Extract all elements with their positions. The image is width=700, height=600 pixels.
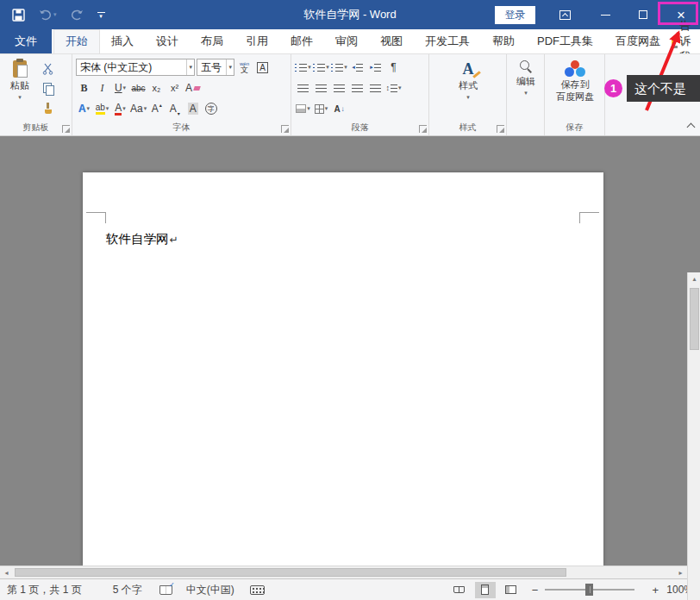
horizontal-scrollbar-thumb[interactable]	[15, 568, 566, 577]
change-case-icon: Aa	[130, 103, 143, 115]
magnifier-icon	[520, 60, 533, 73]
document-area[interactable]: 软件自学网↵ ▴ ▾	[0, 136, 700, 566]
bullet-list-button[interactable]: ▾	[295, 59, 311, 77]
horizontal-scrollbar[interactable]: ◂ ▸	[0, 566, 687, 578]
change-case-button[interactable]: Aa▾	[130, 100, 147, 118]
italic-button[interactable]: I	[94, 79, 110, 97]
underline-button[interactable]: U▾	[112, 79, 128, 97]
enclose-characters-button[interactable]: 字	[203, 100, 219, 118]
shrink-font-button[interactable]: A▾	[166, 100, 183, 118]
bullet-list-icon	[295, 64, 307, 72]
document-page[interactable]: 软件自学网↵	[83, 172, 603, 566]
dropdown-icon[interactable]: ▾	[186, 59, 194, 75]
subscript-button[interactable]: x₂	[148, 79, 165, 97]
ribbon-display-options-icon	[559, 10, 571, 20]
zoom-out-button[interactable]: −	[532, 584, 539, 597]
editing-button[interactable]: 编辑 ▾	[516, 57, 535, 97]
highlight-color-button[interactable]: ab▾	[94, 100, 110, 118]
tab-pdf-tools[interactable]: PDF工具集	[526, 29, 604, 53]
font-color-icon: A	[115, 103, 122, 116]
format-painter-button[interactable]	[40, 99, 56, 117]
font-dialog-launcher-icon[interactable]	[281, 125, 289, 133]
read-mode-button[interactable]	[449, 582, 470, 598]
clear-formatting-button[interactable]: A	[184, 79, 201, 97]
increase-indent-button[interactable]: ▸	[367, 59, 384, 77]
copy-button[interactable]	[40, 79, 56, 97]
vertical-scrollbar[interactable]: ▴ ▾	[687, 272, 700, 600]
word-count[interactable]: 5 个字	[113, 583, 142, 597]
page-indicator[interactable]: 第 1 页，共 1 页	[7, 583, 82, 597]
paste-icon	[13, 60, 27, 78]
tab-design[interactable]: 设计	[145, 29, 190, 53]
text-effects-button[interactable]: A▾	[76, 100, 92, 118]
font-name-select[interactable]: 宋体 (中文正文) ▾	[76, 59, 195, 76]
numbered-list-button[interactable]: ▾	[313, 59, 329, 77]
print-layout-button[interactable]	[475, 582, 496, 598]
styles-dialog-launcher-icon[interactable]	[497, 125, 504, 133]
tab-mailings[interactable]: 邮件	[279, 29, 324, 53]
tab-references[interactable]: 引用	[234, 29, 279, 53]
annotation-step-badge: 1	[604, 79, 622, 97]
styles-icon: A	[463, 60, 474, 78]
paragraph-dialog-launcher-icon[interactable]	[419, 125, 427, 133]
dropdown-icon: ▾	[398, 84, 402, 91]
font-size-select[interactable]: 五号 ▾	[197, 59, 234, 76]
document-text-line[interactable]: 软件自学网↵	[106, 231, 178, 247]
tab-layout[interactable]: 布局	[190, 29, 234, 53]
show-formatting-marks-button[interactable]: ¶	[385, 59, 402, 77]
collapse-ribbon-icon[interactable]	[687, 123, 696, 132]
cut-button[interactable]	[40, 59, 56, 78]
multilevel-list-button[interactable]: ▾	[331, 59, 347, 77]
line-spacing-button[interactable]: ↕▾	[385, 79, 402, 97]
margin-crop-mark	[86, 212, 106, 223]
bold-button[interactable]: B	[76, 79, 92, 97]
character-border-button[interactable]: A	[254, 59, 271, 77]
scroll-up-icon[interactable]: ▴	[688, 272, 700, 285]
scroll-right-icon[interactable]: ▸	[674, 566, 687, 579]
paste-button[interactable]: 粘贴 ▾	[3, 57, 36, 119]
distribute-button[interactable]	[367, 79, 384, 97]
font-color-button[interactable]: A▾	[112, 100, 128, 118]
language-indicator[interactable]: 中文(中国)	[186, 583, 234, 597]
numbered-list-icon	[313, 64, 325, 72]
editing-button-label: 编辑	[516, 75, 535, 88]
clipboard-dialog-launcher-icon[interactable]	[62, 125, 70, 133]
zoom-in-button[interactable]: +	[652, 584, 659, 597]
dropdown-icon[interactable]: ▾	[226, 59, 234, 75]
lines-icon	[356, 64, 363, 72]
character-shading-button[interactable]: A	[184, 100, 201, 118]
print-layout-icon	[481, 584, 489, 595]
zoom-slider-thumb[interactable]	[585, 584, 593, 596]
login-button[interactable]: 登录	[495, 6, 535, 24]
proofing-status-icon[interactable]	[159, 585, 172, 595]
tab-home[interactable]: 开始	[53, 29, 100, 53]
vertical-scrollbar-thumb[interactable]	[690, 288, 699, 350]
shading-button[interactable]: ▾	[295, 100, 311, 118]
tab-developer[interactable]: 开发工具	[414, 29, 481, 53]
align-right-button[interactable]	[331, 79, 347, 97]
save-to-baidu-button[interactable]: 保存到 百度网盘	[556, 57, 594, 102]
phonetic-guide-icon: wén文	[240, 61, 249, 74]
decrease-indent-button[interactable]: ◂	[349, 59, 366, 77]
strikethrough-button[interactable]: abc	[130, 79, 147, 97]
sort-arrow-icon: ↓	[341, 105, 345, 113]
align-left-button[interactable]	[295, 79, 311, 97]
justify-button[interactable]	[349, 79, 366, 97]
tab-file[interactable]: 文件	[0, 29, 52, 53]
ribbon-display-options-button[interactable]	[559, 10, 571, 20]
grow-font-button[interactable]: A▴	[148, 100, 165, 118]
borders-button[interactable]: ▾	[313, 100, 329, 118]
styles-button[interactable]: A 样式 ▾	[459, 57, 478, 101]
sort-button[interactable]: A↓	[331, 100, 347, 118]
superscript-button[interactable]: x²	[166, 79, 183, 97]
web-layout-button[interactable]	[501, 582, 522, 598]
tab-help[interactable]: 帮助	[481, 29, 526, 53]
tab-review[interactable]: 审阅	[324, 29, 369, 53]
zoom-slider[interactable]	[545, 583, 634, 597]
tab-view[interactable]: 视图	[369, 29, 414, 53]
scroll-left-icon[interactable]: ◂	[0, 566, 13, 579]
tab-insert[interactable]: 插入	[100, 29, 145, 53]
phonetic-guide-button[interactable]: wén文	[236, 59, 253, 77]
align-center-button[interactable]	[313, 79, 329, 97]
input-mode-icon[interactable]	[250, 585, 265, 595]
